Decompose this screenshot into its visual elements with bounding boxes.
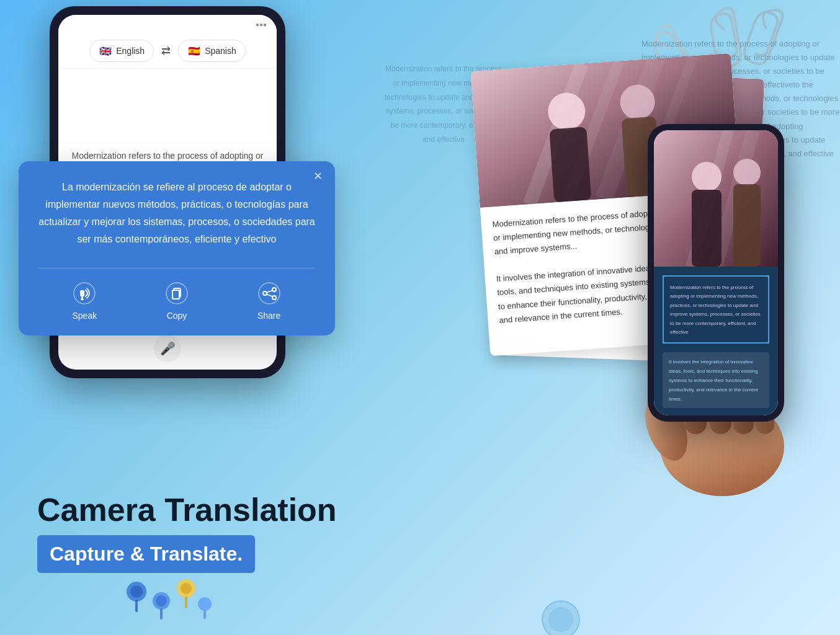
phone-camera-photo: [654, 130, 778, 267]
popup-close-button[interactable]: ✕: [310, 169, 325, 184]
source-flag: 🇬🇧: [99, 44, 112, 58]
svg-rect-39: [81, 299, 84, 300]
share-button[interactable]: Share: [257, 281, 282, 321]
language-bar[interactable]: 🇬🇧 English ⇄ 🇪🇸 Spanish: [58, 33, 277, 69]
translation-result-text: It involves the integration of innovativ…: [669, 359, 758, 401]
copy-label: Copy: [167, 311, 187, 321]
svg-point-45: [272, 288, 276, 291]
speak-button[interactable]: Speak: [72, 281, 97, 321]
phone-front: Modernization refers to the process of a…: [648, 124, 784, 422]
svg-point-24: [733, 159, 761, 186]
copy-icon: [164, 281, 189, 306]
source-lang-label: English: [116, 46, 145, 56]
translation-result: It involves the integration of innovativ…: [663, 352, 769, 408]
svg-point-54: [156, 595, 167, 606]
scan-text: Modernization refers to the process of a…: [670, 285, 761, 335]
svg-point-51: [130, 585, 143, 598]
phone-translation-area: It involves the integration of innovativ…: [654, 352, 778, 415]
svg-rect-60: [203, 610, 206, 619]
svg-point-47: [263, 291, 267, 295]
svg-rect-52: [135, 600, 138, 612]
target-lang-label: Spanish: [205, 46, 236, 56]
svg-rect-55: [160, 608, 163, 619]
popup-translated-text: La modernización se refiere al proceso d…: [38, 179, 315, 248]
svg-rect-16: [549, 127, 591, 202]
swap-languages-icon[interactable]: ⇄: [161, 44, 171, 58]
translation-popup: ✕ La modernización se refiere al proceso…: [19, 161, 335, 335]
share-icon: [257, 281, 282, 306]
phone-front-wrapper: Modernization refers to the process of a…: [648, 124, 803, 471]
svg-point-57: [181, 583, 192, 594]
svg-rect-37: [80, 290, 84, 296]
popup-actions-bar: Speak Copy: [38, 281, 315, 321]
speak-label: Speak: [72, 311, 97, 321]
microphone-button[interactable]: 🎤: [154, 335, 181, 362]
pushpin-decoration: [112, 557, 223, 626]
copy-button[interactable]: Copy: [164, 281, 189, 321]
svg-point-62: [548, 607, 573, 632]
svg-point-22: [692, 162, 722, 192]
speak-icon: [72, 281, 97, 306]
target-flag: 🇪🇸: [187, 44, 201, 58]
phone-scan-area: Modernization refers to the process of a…: [654, 267, 778, 352]
svg-point-59: [198, 597, 212, 611]
bottom-decoration: [530, 585, 592, 635]
svg-point-44: [259, 283, 280, 304]
svg-point-46: [272, 296, 276, 300]
svg-line-48: [267, 291, 272, 293]
source-language-btn[interactable]: 🇬🇧 English: [89, 40, 154, 62]
share-label: Share: [257, 311, 280, 321]
svg-rect-42: [172, 290, 179, 299]
svg-line-49: [267, 295, 272, 297]
svg-rect-23: [692, 190, 722, 267]
svg-rect-25: [733, 184, 761, 267]
popup-divider: [38, 268, 315, 269]
scan-box: Modernization refers to the process of a…: [663, 275, 769, 344]
target-language-btn[interactable]: 🇪🇸 Spanish: [178, 40, 246, 62]
svg-rect-58: [185, 597, 187, 608]
main-title: Camera Translation: [37, 492, 337, 528]
phone-status-bar: ●●●: [58, 15, 277, 33]
